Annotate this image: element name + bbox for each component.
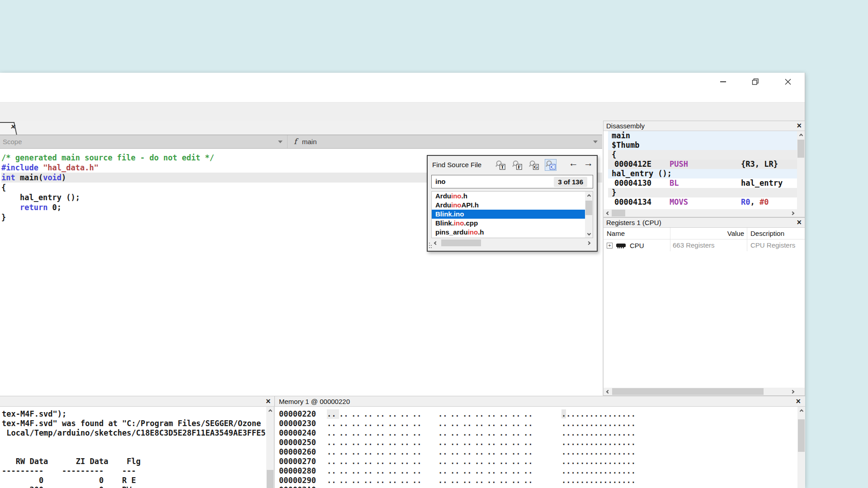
console-line: tex-M4F.svd" was found at "C:/Program Fi… bbox=[2, 419, 274, 428]
scrollbar-thumb[interactable] bbox=[441, 239, 481, 246]
registers-close-button[interactable]: × bbox=[797, 218, 802, 227]
scroll-left-icon[interactable] bbox=[604, 388, 611, 395]
disassembly-panel-header[interactable]: Disassembly × bbox=[604, 121, 805, 131]
find-results-list: Arduino.hArduinoAPI.hBlink.inoBlink.ino.… bbox=[431, 191, 593, 238]
restore-button[interactable] bbox=[750, 77, 760, 87]
register-group-value: 663 Registers bbox=[670, 239, 747, 251]
memory-ascii: ................ bbox=[561, 466, 636, 475]
memory-ascii: ................ bbox=[561, 485, 636, 488]
search-filter-t-icon[interactable]: T bbox=[495, 159, 506, 171]
disassembly-line[interactable]: } bbox=[608, 188, 797, 197]
scrollbar-thumb[interactable] bbox=[585, 201, 592, 215]
registers-column-header[interactable]: Name Value Description bbox=[604, 228, 805, 239]
disassembly-line[interactable]: 0000412EPUSH{R3, LR} bbox=[608, 160, 797, 169]
disassembly-vertical-scrollbar[interactable] bbox=[797, 131, 805, 209]
registers-panel-title: Registers 1 (CPU) bbox=[606, 219, 661, 226]
scroll-up-icon[interactable] bbox=[797, 407, 805, 414]
disassembly-close-button[interactable]: × bbox=[797, 121, 802, 130]
memory-address: 00000230 bbox=[279, 419, 327, 428]
scroll-up-icon[interactable] bbox=[266, 407, 274, 414]
column-value[interactable]: Value bbox=[670, 228, 747, 239]
column-description[interactable]: Description bbox=[747, 228, 805, 239]
console-vertical-scrollbar[interactable] bbox=[266, 407, 274, 488]
search-filter-f-icon[interactable]: F bbox=[511, 159, 523, 171]
memory-row[interactable]: 00000270................................… bbox=[279, 457, 797, 466]
registers-horizontal-scrollbar[interactable] bbox=[604, 388, 797, 395]
disassembly-line[interactable]: { bbox=[608, 150, 797, 160]
toolbar-strip bbox=[0, 102, 805, 121]
scroll-up-icon[interactable] bbox=[797, 131, 805, 139]
scrollbar-thumb[interactable] bbox=[267, 470, 274, 488]
list-horizontal-scrollbar[interactable] bbox=[431, 239, 593, 247]
close-button[interactable] bbox=[783, 77, 793, 87]
memory-row[interactable]: 00000290................................… bbox=[279, 476, 797, 485]
memory-row[interactable]: 00000280................................… bbox=[279, 466, 797, 476]
console-line: --------- --------- --- bbox=[2, 466, 274, 476]
disassembly-line[interactable]: 00004134MOVSR0, #0 bbox=[608, 197, 797, 207]
find-result-item[interactable]: pins_arduino.h bbox=[432, 228, 593, 237]
memory-ascii: ................ bbox=[561, 419, 636, 428]
function-dropdown[interactable]: f main bbox=[288, 135, 602, 148]
previous-match-button[interactable]: ← bbox=[569, 158, 578, 169]
disassembly-line[interactable]: main bbox=[608, 131, 797, 141]
memory-address: 00000280 bbox=[279, 466, 327, 476]
disassembly-horizontal-scrollbar[interactable] bbox=[604, 209, 797, 217]
scrollbar-thumb[interactable] bbox=[798, 419, 805, 452]
svg-text:T: T bbox=[501, 164, 505, 169]
app-window: × Scope f main /* generated main source … bbox=[0, 73, 805, 488]
memory-row[interactable]: 00000240................................… bbox=[279, 428, 797, 438]
scroll-right-icon[interactable] bbox=[585, 239, 593, 247]
console-line: 200 0 RW bbox=[2, 485, 274, 488]
memory-row[interactable]: 00000220................................… bbox=[279, 409, 797, 419]
scope-dropdown[interactable]: Scope bbox=[0, 135, 288, 148]
chevron-down-icon bbox=[593, 141, 598, 143]
memory-vertical-scrollbar[interactable] bbox=[797, 407, 805, 488]
column-name[interactable]: Name bbox=[604, 228, 670, 239]
search-filter-g-icon[interactable]: G bbox=[528, 159, 540, 171]
scroll-up-icon[interactable] bbox=[585, 192, 593, 199]
scroll-down-icon[interactable] bbox=[585, 230, 593, 238]
memory-row[interactable]: 000002A0................................… bbox=[279, 485, 797, 488]
find-result-item[interactable]: Blink.ino bbox=[432, 210, 593, 219]
scrollbar-thumb[interactable] bbox=[612, 388, 764, 395]
registers-panel-header[interactable]: Registers 1 (CPU) × bbox=[604, 218, 805, 228]
console-line: Local/Temp/arduino/sketches/C18E8C3D5E28… bbox=[2, 428, 274, 438]
chip-icon bbox=[616, 242, 627, 249]
find-result-item[interactable]: ArduinoAPI.h bbox=[432, 201, 593, 210]
scroll-right-icon[interactable] bbox=[789, 209, 797, 217]
next-match-button[interactable]: → bbox=[584, 158, 593, 169]
scroll-left-icon[interactable] bbox=[604, 209, 611, 217]
list-vertical-scrollbar[interactable] bbox=[585, 192, 593, 238]
memory-address: 00000260 bbox=[279, 447, 327, 457]
disassembly-line[interactable]: 00004130BLhal_entry bbox=[608, 178, 797, 188]
restore-icon bbox=[752, 78, 759, 85]
memory-row[interactable]: 00000250................................… bbox=[279, 438, 797, 447]
title-bar[interactable] bbox=[0, 73, 805, 102]
find-result-item[interactable]: Arduino.h bbox=[432, 192, 593, 201]
search-filter-c-icon[interactable]: C bbox=[545, 159, 557, 171]
expand-icon[interactable]: + bbox=[607, 243, 613, 249]
console-body[interactable]: tex-M4F.svd");tex-M4F.svd" was found at … bbox=[0, 407, 274, 488]
close-icon bbox=[784, 78, 792, 85]
disassembly-line[interactable]: hal_entry (); bbox=[608, 169, 797, 178]
console-close-button[interactable]: × bbox=[266, 397, 271, 406]
memory-ascii: ................ bbox=[561, 476, 636, 485]
memory-row[interactable]: 00000260................................… bbox=[279, 447, 797, 457]
function-icon: f bbox=[294, 137, 297, 146]
memory-ascii: ................ bbox=[561, 438, 636, 447]
memory-row[interactable]: 00000230................................… bbox=[279, 419, 797, 428]
scroll-right-icon[interactable] bbox=[789, 388, 797, 395]
table-row[interactable]: + CPU 663 Registers CPU Registers bbox=[604, 239, 805, 251]
search-input[interactable]: ino 3 of 136 bbox=[431, 175, 593, 188]
memory-body[interactable]: 00000220................................… bbox=[275, 407, 797, 488]
disassembly-line[interactable]: $Thumb bbox=[608, 141, 797, 150]
scrollbar-thumb[interactable] bbox=[612, 210, 625, 216]
resize-grip[interactable] bbox=[429, 243, 433, 249]
memory-address: 00000220 bbox=[279, 409, 327, 419]
find-result-item[interactable]: Blink.ino.cpp bbox=[432, 219, 593, 228]
minimize-button[interactable] bbox=[718, 77, 728, 87]
svg-text:C: C bbox=[551, 164, 555, 169]
memory-close-button[interactable]: × bbox=[796, 397, 801, 406]
scrollbar-thumb[interactable] bbox=[797, 140, 804, 158]
minimize-icon bbox=[720, 81, 726, 82]
